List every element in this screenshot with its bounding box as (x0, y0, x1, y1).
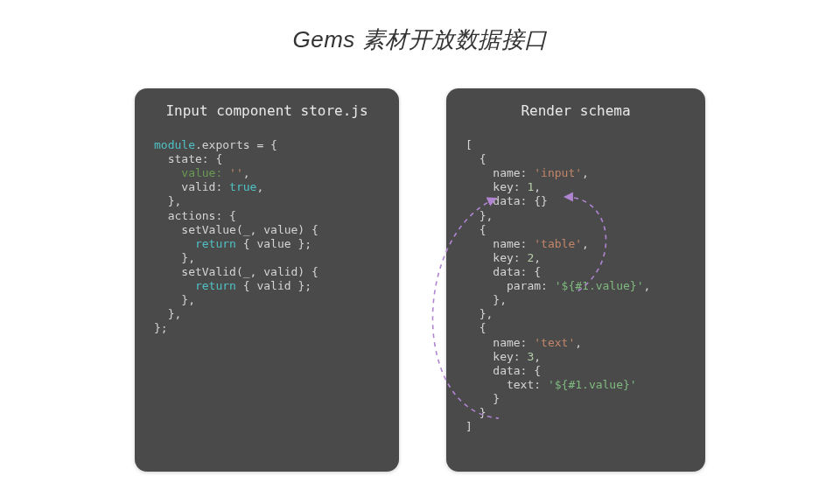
panels-row: Input component store.js module.exports … (0, 88, 840, 472)
panel-schema-code: [ { name: 'input', key: 1, data: {} }, {… (466, 138, 686, 434)
panel-store-heading: Input component store.js (154, 102, 380, 119)
panel-schema-heading: Render schema (466, 102, 686, 119)
panel-store-code: module.exports = { state: { value: '', v… (154, 138, 380, 336)
page-title: Gems 素材开放数据接口 (0, 24, 840, 55)
panel-schema: Render schema [ { name: 'input', key: 1,… (446, 88, 705, 472)
panel-store: Input component store.js module.exports … (135, 88, 399, 472)
